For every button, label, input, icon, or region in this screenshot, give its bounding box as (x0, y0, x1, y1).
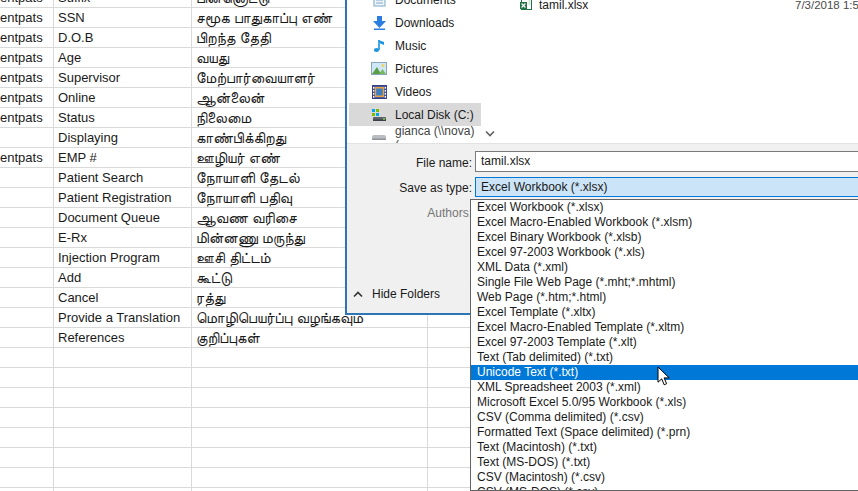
cell-empty[interactable] (192, 348, 428, 367)
cell-empty[interactable] (192, 408, 428, 427)
cell-empty[interactable] (0, 448, 54, 467)
sidebar-item-pictures[interactable]: Pictures (349, 57, 481, 80)
filetype-option[interactable]: Excel Macro-Enabled Workbook (*.xlsm) (471, 215, 858, 230)
filetype-option[interactable]: CSV (Macintosh) (*.csv) (471, 470, 858, 485)
cell-english[interactable]: E-Rx (54, 228, 192, 247)
pictures-icon (371, 61, 387, 77)
cell-empty[interactable] (192, 428, 428, 447)
sidebar-item-videos[interactable]: Videos (349, 80, 481, 103)
cell-empty[interactable] (54, 448, 192, 467)
filetype-option[interactable]: Formatted Text (Space delimited) (*.prn) (471, 425, 858, 440)
filetype-option[interactable]: Text (Tab delimited) (*.txt) (471, 350, 858, 365)
cell-english[interactable]: Displaying (54, 128, 192, 147)
mouse-cursor (657, 366, 671, 391)
filetype-option[interactable]: Excel 97-2003 Template (*.xlt) (471, 335, 858, 350)
cell-col-a[interactable]: entpats (0, 108, 54, 127)
filetype-option[interactable]: Single File Web Page (*.mht;*.mhtml) (471, 275, 858, 290)
cell-col-a[interactable] (0, 288, 54, 307)
cell-english[interactable]: SSN (54, 8, 192, 27)
cell-empty[interactable] (192, 368, 428, 387)
cell-empty[interactable] (0, 408, 54, 427)
file-name-label: File name: (352, 156, 472, 170)
cell-english[interactable]: Age (54, 48, 192, 67)
cell-col-a[interactable] (0, 208, 54, 227)
cell-english[interactable]: Suffix (54, 0, 192, 7)
filetype-option[interactable]: Excel 97-2003 Workbook (*.xls) (471, 245, 858, 260)
cell-english[interactable]: Patient Registration (54, 188, 192, 207)
hide-folders-label: Hide Folders (372, 287, 440, 301)
filetype-option[interactable]: Text (MS-DOS) (*.txt) (471, 455, 858, 470)
sidebar-item-label: Pictures (395, 62, 438, 76)
filetype-option[interactable]: XML Data (*.xml) (471, 260, 858, 275)
cell-empty[interactable] (192, 448, 428, 467)
cell-empty[interactable] (54, 388, 192, 407)
cell-tamil[interactable]: குறிப்புகள் (192, 328, 428, 347)
videos-icon (371, 84, 387, 100)
cell-empty[interactable] (0, 468, 54, 487)
cell-col-a[interactable]: entpats (0, 68, 54, 87)
cell-english[interactable]: D.O.B (54, 28, 192, 47)
cell-empty[interactable] (54, 468, 192, 487)
file-list-item-date: 7/3/2018 1:52 (795, 0, 858, 13)
filetype-option[interactable]: CSV (Comma delimited) (*.csv) (471, 410, 858, 425)
cell-empty[interactable] (0, 388, 54, 407)
cell-col-a[interactable] (0, 308, 54, 327)
file-list-item[interactable]: tamil.xlsx (520, 0, 588, 13)
sidebar-item-music[interactable]: Music (349, 34, 481, 57)
cell-english[interactable]: References (54, 328, 192, 347)
filetype-option[interactable]: CSV (MS-DOS) (*.csv) (471, 485, 858, 491)
cell-english[interactable]: Injection Program (54, 248, 192, 267)
cell-empty[interactable] (192, 388, 428, 407)
sidebar-item-network-drive[interactable]: gianca (\\nova) ( (349, 126, 481, 144)
sidebar-item-label: Documents (395, 0, 456, 7)
screen: entpatsSuffixபின்னொட்டு entpatsSSNசமூக ப… (0, 0, 858, 491)
save-as-type-combobox[interactable]: Excel Workbook (*.xlsx) (475, 177, 858, 197)
cell-empty[interactable] (54, 428, 192, 447)
filetype-option[interactable]: Text (Macintosh) (*.txt) (471, 440, 858, 455)
cell-empty[interactable] (192, 468, 428, 487)
cell-col-a[interactable]: entpats (0, 28, 54, 47)
cell-empty[interactable] (0, 368, 54, 387)
cell-col-a[interactable] (0, 328, 54, 347)
filetype-option[interactable]: Web Page (*.htm;*.html) (471, 290, 858, 305)
cell-english[interactable]: Status (54, 108, 192, 127)
hide-folders-button[interactable]: Hide Folders (353, 285, 440, 303)
cell-english[interactable]: EMP # (54, 148, 192, 167)
cell-col-a[interactable] (0, 248, 54, 267)
filetype-option[interactable]: Excel Workbook (*.xlsx) (471, 200, 858, 215)
scrollbar-down-arrow[interactable] (485, 123, 495, 141)
cell-empty[interactable] (54, 368, 192, 387)
cell-col-a[interactable] (0, 228, 54, 247)
cell-empty[interactable] (0, 348, 54, 367)
filetype-option[interactable]: Excel Template (*.xltx) (471, 305, 858, 320)
cell-english[interactable]: Online (54, 88, 192, 107)
cell-col-a[interactable]: entpats (0, 48, 54, 67)
cell-col-a[interactable]: entpats (0, 0, 54, 7)
cell-empty[interactable] (54, 348, 192, 367)
network-drive-icon (371, 130, 387, 145)
cell-col-a[interactable] (0, 128, 54, 147)
cell-english[interactable]: Provide a Translation (54, 308, 192, 327)
cell-col-a[interactable]: entpats (0, 8, 54, 27)
cell-col-a[interactable] (0, 268, 54, 287)
cell-english[interactable]: Cancel (54, 288, 192, 307)
cell-col-a[interactable]: entpats (0, 148, 54, 167)
cell-english[interactable]: Document Queue (54, 208, 192, 227)
local-disk-icon (371, 107, 387, 123)
cell-col-a[interactable] (0, 188, 54, 207)
cell-empty[interactable] (54, 408, 192, 427)
cell-english[interactable]: Add (54, 268, 192, 287)
cell-empty[interactable] (0, 428, 54, 447)
cell-english[interactable]: Supervisor (54, 68, 192, 87)
cell-col-a[interactable] (0, 168, 54, 187)
filetype-option[interactable]: Excel Binary Workbook (*.xlsb) (471, 230, 858, 245)
filetype-option[interactable]: Microsoft Excel 5.0/95 Workbook (*.xls) (471, 395, 858, 410)
file-name-input[interactable]: tamil.xlsx (475, 151, 858, 172)
cell-col-a[interactable]: entpats (0, 88, 54, 107)
cell-english[interactable]: Patient Search (54, 168, 192, 187)
sidebar-item-label: Local Disk (C:) (395, 108, 474, 122)
sidebar-item-documents[interactable]: Documents (349, 0, 481, 11)
filetype-option[interactable]: Excel Macro-Enabled Template (*.xltm) (471, 320, 858, 335)
chevron-up-icon (353, 287, 363, 301)
sidebar-item-downloads[interactable]: Downloads (349, 11, 481, 34)
